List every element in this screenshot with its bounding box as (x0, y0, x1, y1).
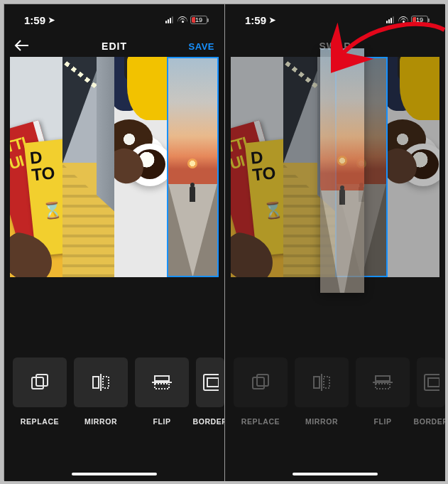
mirror-icon (89, 372, 112, 392)
cellular-icon (165, 16, 173, 23)
hourglass-icon: ⌛ (42, 201, 62, 222)
replace-icon (29, 372, 50, 393)
wifi-icon (177, 15, 187, 25)
tool-flip[interactable]: FLIP (135, 357, 189, 426)
tool-label: MIRROR (84, 417, 117, 426)
svg-rect-4 (253, 377, 264, 389)
collage[interactable]: ATTI TUI DARIUS FORO D TO ⌛ (10, 57, 219, 277)
home-indicator[interactable] (293, 473, 378, 475)
tool-mirror[interactable]: MIRROR (74, 357, 128, 426)
tool-mirror: MIRROR (295, 357, 349, 426)
mirror-icon (310, 372, 333, 392)
annotation-arrow (331, 17, 448, 81)
collage-panel-4-selected[interactable] (167, 57, 219, 277)
collage-panel-3[interactable] (388, 57, 440, 277)
phone-left-edit: 1:59 ➤ 19 EDIT SAVE (4, 4, 224, 481)
border-icon (202, 372, 219, 392)
collage-stage[interactable]: ATTI TUI DARIUS FORO D TO ⌛ (4, 57, 224, 277)
dragging-panel[interactable] (320, 48, 364, 293)
page-title: EDIT (50, 41, 179, 52)
replace-icon (250, 372, 271, 393)
location-icon: ➤ (269, 16, 275, 25)
tool-label: REPLACE (241, 417, 280, 426)
status-bar: 1:59 ➤ 19 (4, 4, 224, 36)
svg-rect-0 (32, 377, 43, 389)
tool-label: MIRROR (305, 417, 338, 426)
status-time: 1:59 (24, 14, 45, 26)
battery-icon: 19 (190, 16, 207, 24)
battery-percent: 19 (195, 16, 202, 23)
svg-rect-5 (257, 375, 268, 386)
collage-panel-1[interactable]: ATTI TUI DARIUS FORO D TO ⌛ (231, 57, 283, 277)
tool-border-partial: BORDER (417, 357, 445, 426)
edit-toolbar-disabled: REPLACE MIRROR (225, 357, 445, 426)
collage-panel-3[interactable] (114, 57, 167, 277)
tool-label: BORDER (413, 417, 445, 426)
location-icon: ➤ (48, 16, 55, 25)
status-time: 1:59 (245, 14, 266, 26)
flip-icon (371, 372, 394, 392)
svg-rect-2 (204, 375, 219, 390)
flip-icon (151, 372, 173, 392)
collage-panel-2[interactable] (62, 57, 115, 277)
svg-rect-1 (36, 375, 48, 386)
tool-label: FLIP (373, 417, 391, 426)
tool-flip: FLIP (356, 357, 410, 426)
svg-rect-6 (425, 375, 439, 390)
svg-rect-3 (207, 378, 219, 387)
border-icon (422, 372, 439, 392)
svg-rect-7 (428, 378, 439, 387)
hourglass-icon: ⌛ (263, 201, 283, 222)
tool-label: FLIP (153, 417, 170, 426)
back-button[interactable] (14, 39, 50, 54)
tool-replace[interactable]: REPLACE (13, 357, 67, 426)
tool-label: REPLACE (21, 417, 59, 426)
save-button[interactable]: SAVE (179, 41, 214, 52)
comparison-frame: 1:59 ➤ 19 EDIT SAVE (4, 4, 444, 480)
collage-panel-1[interactable]: ATTI TUI DARIUS FORO D TO ⌛ (10, 57, 62, 277)
tool-replace: REPLACE (234, 357, 288, 426)
edit-toolbar: REPLACE MIRROR (4, 357, 224, 426)
home-indicator[interactable] (72, 473, 157, 475)
tool-label: BORDER (192, 417, 224, 426)
nav-bar: EDIT SAVE (4, 36, 224, 57)
tool-border-partial[interactable]: BORDER (196, 357, 224, 426)
